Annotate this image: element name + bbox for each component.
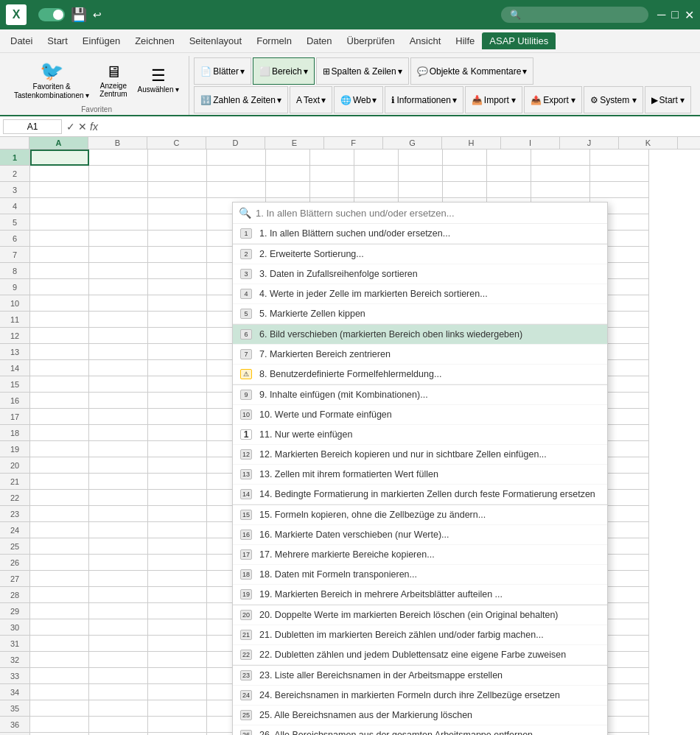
cell-28-0[interactable]: [30, 587, 89, 603]
cell-12-1[interactable]: [89, 328, 148, 344]
cell-31-1[interactable]: [89, 636, 148, 652]
cell-3-0[interactable]: [30, 182, 89, 198]
menu-hilfe[interactable]: Hilfe: [448, 32, 482, 49]
dropdown-item-13[interactable]: 1313. Zellen mit ihrem formatierten Wert…: [233, 465, 607, 485]
cell-14-1[interactable]: [89, 360, 148, 376]
btn-zahlen-zeiten[interactable]: 🔢 Zahlen & Zeiten ▾: [194, 86, 288, 113]
cell-3-4[interactable]: [266, 182, 310, 198]
dropdown-item-17[interactable]: 1717. Mehrere markierte Bereiche kopiere…: [233, 545, 607, 565]
dropdown-item-11[interactable]: 111. Nur werte einfügen: [233, 425, 607, 445]
cell-34-0[interactable]: [30, 684, 89, 700]
cell-18-2[interactable]: [148, 425, 207, 441]
btn-bereich[interactable]: ⬜ Bereich ▾: [253, 57, 315, 85]
cell-3-1[interactable]: [89, 182, 148, 198]
cell-19-1[interactable]: [89, 441, 148, 457]
dropdown-item-10[interactable]: 1010. Werte und Formate einfügen: [233, 405, 607, 425]
cell-16-1[interactable]: [89, 393, 148, 409]
dropdown-item-8[interactable]: ⚠8. Benutzerdefinierte Formelfehlermeldu…: [233, 365, 607, 384]
cell-3-11[interactable]: [590, 182, 649, 198]
cell-24-2[interactable]: [148, 522, 207, 538]
menu-einfuegen[interactable]: Einfügen: [75, 32, 127, 49]
cell-32-0[interactable]: [30, 652, 89, 668]
cell-29-0[interactable]: [30, 603, 89, 619]
cell-4-0[interactable]: [30, 198, 89, 214]
dropdown-item-6[interactable]: 66. Bild verschieben (markierten Bereich…: [233, 324, 607, 345]
cell-32-1[interactable]: [89, 652, 148, 668]
cell-3-9[interactable]: [487, 182, 531, 198]
cell-2-7[interactable]: [399, 166, 443, 182]
dropdown-item-16[interactable]: 1616. Markierte Daten verschieben (nur W…: [233, 525, 607, 545]
cell-2-10[interactable]: [531, 166, 590, 182]
dropdown-item-19[interactable]: 1919. Markierten Bereich in mehrere Arbe…: [233, 585, 607, 605]
cell-1-5[interactable]: [310, 150, 354, 166]
cell-24-0[interactable]: [30, 522, 89, 538]
cell-13-0[interactable]: [30, 344, 89, 360]
cell-26-2[interactable]: [148, 555, 207, 571]
cell-1-0[interactable]: [30, 150, 89, 166]
cell-33-1[interactable]: [89, 668, 148, 684]
btn-spalten-zeilen[interactable]: ⊞ Spalten & Zeilen ▾: [316, 57, 409, 85]
cell-9-0[interactable]: [30, 279, 89, 295]
dropdown-item-5[interactable]: 55. Markierte Zellen kippen: [233, 304, 607, 324]
cell-2-4[interactable]: [266, 166, 310, 182]
cell-2-0[interactable]: [30, 166, 89, 182]
dropdown-item-18[interactable]: 1818. Daten mit Formeln transponieren...: [233, 565, 607, 585]
dropdown-item-20[interactable]: 2020. Doppelte Werte im markierten Berei…: [233, 605, 607, 625]
cell-11-2[interactable]: [148, 312, 207, 328]
cell-8-2[interactable]: [148, 263, 207, 279]
formula-fx-icon[interactable]: fx: [90, 121, 98, 133]
dropdown-item-15[interactable]: 1515. Formeln kopieren, ohne die Zellbez…: [233, 504, 607, 525]
cell-1-2[interactable]: [148, 150, 207, 166]
dropdown-item-21[interactable]: 2121. Dubletten im markierten Bereich zä…: [233, 625, 607, 645]
cell-17-1[interactable]: [89, 409, 148, 425]
dropdown-item-22[interactable]: 2222. Dubletten zählen und jedem Dublett…: [233, 645, 607, 665]
btn-import[interactable]: 📥 Import ▾: [465, 86, 522, 113]
cell-1-11[interactable]: [590, 150, 649, 166]
cell-12-0[interactable]: [30, 328, 89, 344]
dropdown-item-26[interactable]: 2626. Alle Bereichsnamen aus der gesamte…: [233, 725, 607, 735]
cell-1-8[interactable]: [443, 150, 487, 166]
cell-15-1[interactable]: [89, 376, 148, 393]
cell-31-0[interactable]: [30, 636, 89, 652]
cell-22-2[interactable]: [148, 490, 207, 506]
cell-29-2[interactable]: [148, 603, 207, 619]
name-box[interactable]: [3, 119, 62, 134]
cell-6-0[interactable]: [30, 231, 89, 247]
cell-24-1[interactable]: [89, 522, 148, 538]
cell-17-0[interactable]: [30, 409, 89, 425]
cell-25-0[interactable]: [30, 538, 89, 555]
cell-2-8[interactable]: [443, 166, 487, 182]
cell-15-0[interactable]: [30, 376, 89, 393]
formula-check-icon[interactable]: ✓: [66, 121, 75, 133]
cell-2-11[interactable]: [590, 166, 649, 182]
dropdown-item-2[interactable]: 22. Erweiterte Sortierung...: [233, 244, 607, 264]
cell-12-2[interactable]: [148, 328, 207, 344]
cell-10-0[interactable]: [30, 295, 89, 312]
close-icon[interactable]: ✕: [685, 8, 694, 22]
dropdown-item-12[interactable]: 1212. Markierten Bereich kopieren und nu…: [233, 445, 607, 465]
cell-5-2[interactable]: [148, 214, 207, 231]
btn-export[interactable]: 📤 Export ▾: [524, 86, 582, 113]
cell-16-2[interactable]: [148, 393, 207, 409]
cell-26-0[interactable]: [30, 555, 89, 571]
cell-13-1[interactable]: [89, 344, 148, 360]
cell-23-1[interactable]: [89, 506, 148, 522]
cell-31-2[interactable]: [148, 636, 207, 652]
cell-20-2[interactable]: [148, 457, 207, 474]
cell-19-0[interactable]: [30, 441, 89, 457]
search-bar[interactable]: 🔍: [501, 7, 648, 23]
btn-web[interactable]: 🌐 Web ▾: [334, 86, 383, 113]
cell-11-0[interactable]: [30, 312, 89, 328]
dropdown-item-4[interactable]: 44. Werte in jeder Zelle im markierten B…: [233, 284, 607, 304]
menu-formeln[interactable]: Formeln: [249, 32, 299, 49]
cell-4-2[interactable]: [148, 198, 207, 214]
cell-3-7[interactable]: [399, 182, 443, 198]
cell-23-0[interactable]: [30, 506, 89, 522]
cell-2-6[interactable]: [354, 166, 399, 182]
cell-7-2[interactable]: [148, 247, 207, 263]
cell-30-0[interactable]: [30, 619, 89, 636]
cell-33-0[interactable]: [30, 668, 89, 684]
btn-auswaehlen[interactable]: ☰ Auswählen ▾: [134, 64, 183, 96]
cell-26-1[interactable]: [89, 555, 148, 571]
cell-30-1[interactable]: [89, 619, 148, 636]
